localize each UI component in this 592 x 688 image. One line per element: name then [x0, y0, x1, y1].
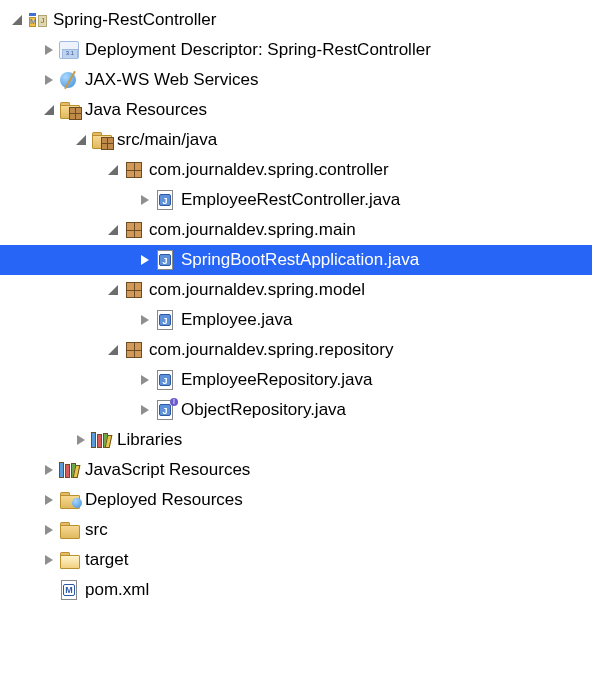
jaxws-label: JAX-WS Web Services — [85, 70, 259, 90]
java-file-node[interactable]: J EmployeeRestController.java — [0, 185, 592, 215]
java-file-label: EmployeeRepository.java — [181, 370, 373, 390]
folder-label: src — [85, 520, 108, 540]
src-folder-node[interactable]: src — [0, 515, 592, 545]
svg-marker-14 — [77, 435, 85, 445]
target-folder-node[interactable]: target — [0, 545, 592, 575]
java-file-node[interactable]: J Employee.java — [0, 305, 592, 335]
expand-arrow-icon[interactable] — [106, 163, 120, 177]
java-file-icon: J — [155, 249, 177, 271]
svg-marker-18 — [45, 555, 53, 565]
pom-xml-node[interactable]: M pom.xml — [0, 575, 592, 605]
expand-arrow-icon[interactable] — [106, 223, 120, 237]
svg-marker-16 — [45, 495, 53, 505]
pom-file-label: pom.xml — [85, 580, 149, 600]
collapse-arrow-icon[interactable] — [74, 433, 88, 447]
expand-arrow-icon[interactable] — [74, 133, 88, 147]
java-file-node-selected[interactable]: J SpringBootRestApplication.java — [0, 245, 592, 275]
javascript-resources-label: JavaScript Resources — [85, 460, 250, 480]
package-label: com.journaldev.spring.controller — [149, 160, 389, 180]
maven-java-project-icon: MJ — [27, 9, 49, 31]
java-file-label: EmployeeRestController.java — [181, 190, 400, 210]
java-resources-label: Java Resources — [85, 100, 207, 120]
expand-arrow-icon[interactable] — [42, 103, 56, 117]
collapse-arrow-icon[interactable] — [138, 313, 152, 327]
svg-marker-12 — [141, 375, 149, 385]
package-model-node[interactable]: com.journaldev.spring.model — [0, 275, 592, 305]
svg-marker-15 — [45, 465, 53, 475]
svg-marker-9 — [108, 285, 118, 295]
java-file-label: ObjectRepository.java — [181, 400, 346, 420]
svg-marker-6 — [141, 195, 149, 205]
libraries-label: Libraries — [117, 430, 182, 450]
svg-marker-0 — [12, 15, 22, 25]
deployed-resources-node[interactable]: Deployed Resources — [0, 485, 592, 515]
package-label: com.journaldev.spring.repository — [149, 340, 393, 360]
webservices-icon — [59, 69, 81, 91]
deployment-descriptor-node[interactable]: 3.1 Deployment Descriptor: Spring-RestCo… — [0, 35, 592, 65]
svg-marker-8 — [141, 255, 149, 265]
collapse-arrow-icon[interactable] — [42, 553, 56, 567]
svg-marker-7 — [108, 225, 118, 235]
library-icon — [59, 459, 81, 481]
library-icon — [91, 429, 113, 451]
source-folder-icon — [91, 129, 113, 151]
folder-label: target — [85, 550, 128, 570]
libraries-node[interactable]: Libraries — [0, 425, 592, 455]
deployed-folder-icon — [59, 489, 81, 511]
collapse-arrow-icon[interactable] — [42, 43, 56, 57]
java-file-node[interactable]: J EmployeeRepository.java — [0, 365, 592, 395]
deployment-descriptor-icon: 3.1 — [59, 39, 81, 61]
java-file-icon: J — [155, 189, 177, 211]
svg-marker-4 — [76, 135, 86, 145]
svg-marker-5 — [108, 165, 118, 175]
package-repository-node[interactable]: com.journaldev.spring.repository — [0, 335, 592, 365]
project-explorer-tree: MJ Spring-RestController 3.1 Deployment … — [0, 5, 592, 605]
java-interface-file-node[interactable]: JI ObjectRepository.java — [0, 395, 592, 425]
source-folder-node[interactable]: src/main/java — [0, 125, 592, 155]
java-file-label: Employee.java — [181, 310, 293, 330]
maven-pom-icon: M — [59, 579, 81, 601]
deployed-resources-label: Deployed Resources — [85, 490, 243, 510]
project-root[interactable]: MJ Spring-RestController — [0, 5, 592, 35]
java-file-icon: J — [155, 309, 177, 331]
folder-icon — [59, 519, 81, 541]
java-interface-file-icon: JI — [155, 399, 177, 421]
javascript-resources-node[interactable]: JavaScript Resources — [0, 455, 592, 485]
project-label: Spring-RestController — [53, 10, 216, 30]
source-folder-label: src/main/java — [117, 130, 217, 150]
package-label: com.journaldev.spring.main — [149, 220, 356, 240]
collapse-arrow-icon[interactable] — [138, 403, 152, 417]
svg-marker-2 — [45, 75, 53, 85]
package-icon — [123, 159, 145, 181]
package-controller-node[interactable]: com.journaldev.spring.controller — [0, 155, 592, 185]
java-file-icon: J — [155, 369, 177, 391]
deployment-descriptor-label: Deployment Descriptor: Spring-RestContro… — [85, 40, 431, 60]
package-icon — [123, 219, 145, 241]
collapse-arrow-icon[interactable] — [138, 193, 152, 207]
svg-marker-3 — [44, 105, 54, 115]
package-icon — [123, 339, 145, 361]
svg-marker-10 — [141, 315, 149, 325]
collapse-arrow-icon[interactable] — [138, 373, 152, 387]
svg-marker-13 — [141, 405, 149, 415]
expand-arrow-icon[interactable] — [10, 13, 24, 27]
jaxws-node[interactable]: JAX-WS Web Services — [0, 65, 592, 95]
package-icon — [123, 279, 145, 301]
expand-arrow-icon[interactable] — [106, 283, 120, 297]
java-file-label: SpringBootRestApplication.java — [181, 250, 419, 270]
package-label: com.journaldev.spring.model — [149, 280, 365, 300]
java-resources-node[interactable]: Java Resources — [0, 95, 592, 125]
package-main-node[interactable]: com.journaldev.spring.main — [0, 215, 592, 245]
svg-marker-1 — [45, 45, 53, 55]
derived-folder-icon — [59, 549, 81, 571]
svg-marker-11 — [108, 345, 118, 355]
collapse-arrow-icon[interactable] — [42, 73, 56, 87]
svg-marker-17 — [45, 525, 53, 535]
collapse-arrow-icon[interactable] — [138, 253, 152, 267]
collapse-arrow-icon[interactable] — [42, 523, 56, 537]
java-resources-icon — [59, 99, 81, 121]
expand-arrow-icon[interactable] — [106, 343, 120, 357]
collapse-arrow-icon[interactable] — [42, 463, 56, 477]
collapse-arrow-icon[interactable] — [42, 493, 56, 507]
